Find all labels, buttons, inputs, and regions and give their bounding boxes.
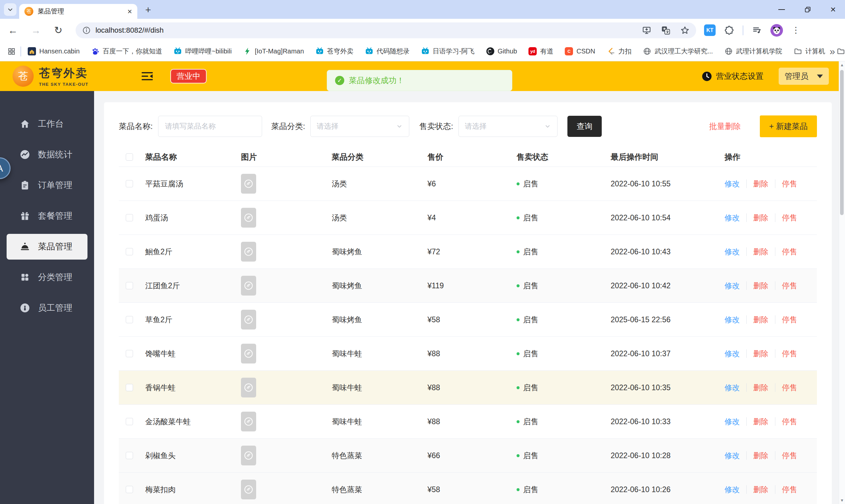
row-checkbox[interactable] [126,452,133,459]
edit-link[interactable]: 修改 [724,179,740,189]
stop-sale-link[interactable]: 停售 [782,247,797,257]
bookmark-item[interactable]: 代码随想录 [365,47,410,56]
sidebar-item-6[interactable]: 员工管理 [0,292,94,323]
edit-link[interactable]: 修改 [724,349,740,359]
address-bar[interactable]: localhost:8082/#/dish [75,22,696,38]
bookmark-item[interactable]: Hansen.cabin [28,47,80,55]
sidebar-item-3[interactable]: 套餐管理 [0,200,94,231]
stop-sale-link[interactable]: 停售 [782,417,797,427]
forward-icon[interactable]: → [31,25,41,36]
row-checkbox[interactable] [126,282,133,289]
dish-status: 启售 [511,349,605,359]
row-checkbox[interactable] [126,316,133,323]
edit-link[interactable]: 修改 [724,281,740,291]
delete-link[interactable]: 删除 [753,451,769,461]
row-checkbox[interactable] [126,180,133,187]
edit-link[interactable]: 修改 [724,451,740,461]
stop-sale-link[interactable]: 停售 [782,349,797,359]
active-tab[interactable]: 苍 菜品管理 × [19,4,137,19]
stop-sale-link[interactable]: 停售 [782,383,797,393]
dish-name-input[interactable] [158,116,262,137]
bookmark-item[interactable]: 力扣 [607,47,631,56]
delete-link[interactable]: 删除 [753,247,769,257]
stop-sale-link[interactable]: 停售 [782,281,797,291]
bookmark-item[interactable]: yd有道 [528,47,553,56]
add-dish-button[interactable]: + 新建菜品 [760,115,817,137]
edit-link[interactable]: 修改 [724,247,740,257]
browser-menu-icon[interactable]: ⋮ [792,25,800,35]
delete-link[interactable]: 删除 [753,281,769,291]
bookmark-item[interactable]: 武汉理工大学研究... [643,47,713,56]
admin-menu-button[interactable]: 管理员 [779,68,829,85]
delete-link[interactable]: 删除 [753,383,769,393]
edit-link[interactable]: 修改 [724,315,740,325]
row-checkbox[interactable] [126,350,133,357]
minimize-icon[interactable] [778,9,785,10]
new-tab-button[interactable]: + [145,4,151,16]
site-info-icon[interactable] [82,26,91,35]
bookmarks-overflow-icon[interactable]: » [829,46,835,57]
translate-icon[interactable] [661,26,670,35]
tab-close-icon[interactable]: × [127,7,132,16]
row-checkbox[interactable] [126,418,133,425]
sidebar-item-0[interactable]: 工作台 [0,109,94,139]
stop-sale-link[interactable]: 停售 [782,179,797,189]
install-app-icon[interactable] [642,26,651,35]
row-checkbox[interactable] [126,248,133,255]
bookmark-item[interactable]: 计算机 [794,47,825,56]
page-scrollbar[interactable]: ▲ ▼ [839,61,845,504]
stop-sale-link[interactable]: 停售 [782,213,797,223]
delete-link[interactable]: 删除 [753,213,769,223]
delete-link[interactable]: 删除 [753,417,769,427]
dish-category-select[interactable]: 请选择 [310,116,409,137]
profile-avatar[interactable] [770,24,783,37]
stop-sale-link[interactable]: 停售 [782,315,797,325]
edit-link[interactable]: 修改 [724,417,740,427]
edit-link[interactable]: 修改 [724,383,740,393]
edit-link[interactable]: 修改 [724,213,740,223]
bookmark-item[interactable]: 苍穹外卖 [316,47,353,56]
delete-link[interactable]: 删除 [753,315,769,325]
media-playlist-icon[interactable] [752,25,762,35]
delete-link[interactable]: 删除 [753,179,769,189]
row-checkbox[interactable] [126,214,133,221]
scroll-up-icon[interactable]: ▲ [839,63,845,67]
edit-link[interactable]: 修改 [724,485,740,495]
bookmark-item[interactable]: 百度一下，你就知道 [91,47,162,56]
bookmark-item[interactable]: Github [486,47,517,55]
sidebar-item-4[interactable]: 菜品管理 [0,231,94,262]
delete-link[interactable]: 删除 [753,349,769,359]
stop-sale-link[interactable]: 停售 [782,451,797,461]
stop-sale-link[interactable]: 停售 [782,485,797,495]
extensions-puzzle-icon[interactable] [724,25,734,35]
delete-link[interactable]: 删除 [753,485,769,495]
sell-status-select[interactable]: 请选择 [458,116,558,137]
row-checkbox[interactable] [126,384,133,391]
apps-grid-icon[interactable] [7,47,16,56]
back-icon[interactable]: ← [8,25,18,36]
bookmark-item[interactable]: 日语学习-阿飞 [421,47,475,56]
sidebar-item-1[interactable]: 数据统计 [0,139,94,170]
search-button[interactable]: 查询 [567,116,602,137]
bookmark-item[interactable]: CCSDN [565,47,595,55]
kt-extension-icon[interactable]: KT [704,24,716,36]
scroll-down-icon[interactable]: ▼ [839,498,845,503]
bookmark-item[interactable]: 哔哩哔哩~bilibili [174,47,232,56]
bookmark-item[interactable]: 武理计算机学院 [724,47,782,56]
close-icon[interactable]: × [830,5,836,14]
url-text[interactable]: localhost:8082/#/dish [95,26,164,35]
reload-icon[interactable]: ↻ [54,24,63,36]
restore-icon[interactable] [804,6,811,13]
bookmark-star-icon[interactable] [680,26,689,35]
bookmark-item[interactable]: [IoT-Mag]Raman [243,47,304,55]
bookmark-item[interactable]: 读研 [837,47,845,56]
row-checkbox[interactable] [126,486,133,493]
scrollbar-thumb[interactable] [840,70,844,215]
sidebar-item-5[interactable]: 分类管理 [0,262,94,292]
batch-delete-link[interactable]: 批量删除 [709,121,741,132]
tab-search-chevron-icon[interactable] [4,3,17,16]
business-status-setting[interactable]: 营业状态设置 [702,71,763,82]
sidebar-fold-icon[interactable] [141,72,153,81]
select-all-checkbox[interactable] [126,154,133,161]
sidebar-item-2[interactable]: 订单管理 [0,170,94,200]
